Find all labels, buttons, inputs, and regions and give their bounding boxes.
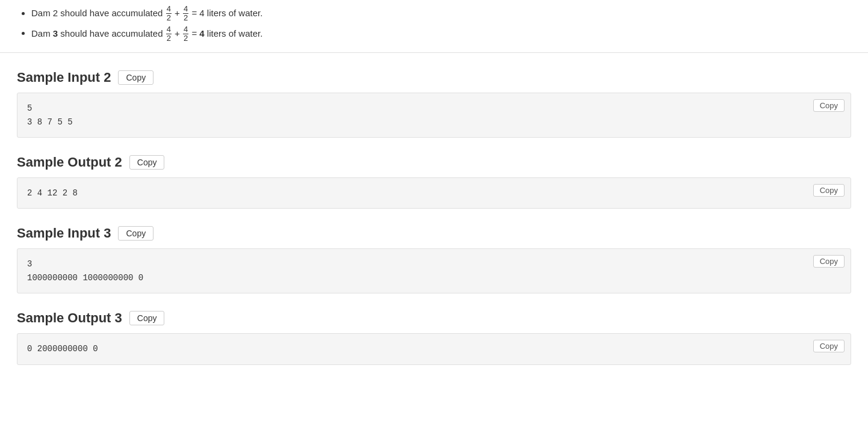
- code-block-sample-output-3: 0 2000000000 0 Copy: [17, 333, 851, 364]
- fraction-2: 4 2: [183, 5, 188, 23]
- code-line-2: 3 8 7 5 5: [27, 117, 73, 127]
- section-header-sample-output-2: Sample Output 2 Copy: [17, 155, 851, 170]
- copy-button-header-sample-output-2[interactable]: Copy: [129, 155, 165, 170]
- section-title-sample-input-3: Sample Input 3: [17, 226, 111, 241]
- section-header-sample-output-3: Sample Output 3 Copy: [17, 310, 851, 326]
- code-line-input3-1: 3: [27, 259, 32, 269]
- fraction-3: 4 2: [166, 25, 172, 43]
- copy-button-header-sample-input-2[interactable]: Copy: [118, 70, 153, 85]
- section-sample-input-2: Sample Input 2 Copy 5 3 8 7 5 5 Copy: [17, 70, 851, 138]
- section-divider: [0, 52, 868, 53]
- copy-button-inner-sample-input-3[interactable]: Copy: [813, 255, 845, 268]
- copy-button-inner-sample-input-2[interactable]: Copy: [813, 99, 845, 112]
- section-title-sample-output-2: Sample Output 2: [17, 155, 122, 170]
- section-title-sample-input-2: Sample Input 2: [17, 70, 111, 85]
- fraction-4: 4 2: [183, 25, 188, 43]
- code-line-output3: 0 2000000000 0: [27, 344, 98, 354]
- code-block-sample-input-3: 3 1000000000 1000000000 0 Copy: [17, 248, 851, 293]
- code-block-sample-input-2: 5 3 8 7 5 5 Copy: [17, 93, 851, 138]
- code-line-1: 5: [27, 103, 32, 113]
- section-sample-output-3: Sample Output 3 Copy 0 2000000000 0 Copy: [17, 310, 851, 364]
- section-sample-input-3: Sample Input 3 Copy 3 1000000000 1000000…: [17, 226, 851, 293]
- code-line-output-2: 2 4 12 2 8: [27, 188, 78, 198]
- copy-button-header-sample-output-3[interactable]: Copy: [129, 311, 165, 325]
- code-line-input3-2: 1000000000 1000000000 0: [27, 273, 143, 283]
- section-header-sample-input-3: Sample Input 3 Copy: [17, 226, 851, 241]
- section-sample-output-2: Sample Output 2 Copy 2 4 12 2 8 Copy: [17, 155, 851, 209]
- section-header-sample-input-2: Sample Input 2 Copy: [17, 70, 851, 85]
- top-text-section: Dam 2 should have accumulated 4 2 + 4 2 …: [17, 0, 851, 52]
- bullet-dam2: Dam 2 should have accumulated 4 2 + 4 2 …: [31, 5, 851, 23]
- copy-button-inner-sample-output-2[interactable]: Copy: [813, 184, 845, 197]
- section-title-sample-output-3: Sample Output 3: [17, 310, 122, 326]
- fraction-1: 4 2: [166, 5, 172, 23]
- code-block-sample-output-2: 2 4 12 2 8 Copy: [17, 177, 851, 209]
- bullet-dam3: Dam 3 should have accumulated 4 2 + 4 2 …: [31, 25, 851, 43]
- copy-button-header-sample-input-3[interactable]: Copy: [118, 226, 153, 241]
- copy-button-inner-sample-output-3[interactable]: Copy: [813, 340, 845, 352]
